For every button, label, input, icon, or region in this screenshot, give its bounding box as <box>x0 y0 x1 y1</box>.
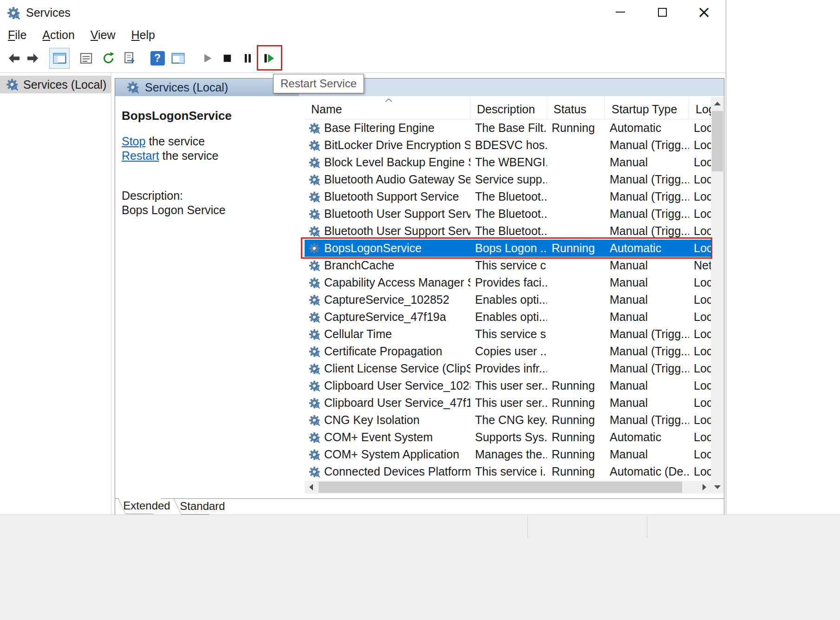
scroll-down-icon <box>714 485 721 489</box>
menu-action[interactable]: Action <box>34 27 83 43</box>
service-row[interactable]: Certificate Propagation Copies user ... … <box>305 343 711 360</box>
service-description: The WBENGI... <box>470 156 547 169</box>
service-row[interactable]: COM+ System Application Manages the... R… <box>305 446 711 463</box>
service-description: The Bluetoot... <box>470 207 547 221</box>
service-row[interactable]: Clipboard User Service_47f19a This user … <box>305 394 711 411</box>
scroll-right-icon <box>703 484 706 490</box>
service-row[interactable]: BitLocker Drive Encryption Se... BDESVC … <box>305 137 711 154</box>
column-header-description[interactable]: Description <box>470 97 547 119</box>
service-status: Running <box>547 379 605 392</box>
service-log-on-as: Loca <box>689 276 711 289</box>
minimize-button[interactable] <box>599 0 641 24</box>
service-row[interactable]: Bluetooth User Support Servi... The Blue… <box>305 205 711 222</box>
column-header-startup-type[interactable]: Startup Type <box>605 97 689 119</box>
stop-service-button[interactable] <box>217 48 237 69</box>
horizontal-scroll-thumb[interactable] <box>319 482 682 493</box>
stop-service-link[interactable]: Stop <box>122 135 145 148</box>
service-log-on-as: Loca <box>689 327 711 341</box>
column-header-log-on-as[interactable]: Log <box>689 97 711 119</box>
tab-extended[interactable]: Extended <box>118 498 176 514</box>
service-row[interactable]: Base Filtering Engine The Base Filt... R… <box>305 119 711 137</box>
help-button[interactable]: ? <box>147 48 168 69</box>
show-console-tree-button[interactable] <box>49 48 70 69</box>
restart-service-link[interactable]: Restart <box>122 149 159 162</box>
service-row[interactable]: COM+ Event System Supports Sys... Runnin… <box>305 429 711 446</box>
service-startup-type: Manual (Trigg... <box>605 345 689 358</box>
service-gear-icon <box>308 346 320 358</box>
horizontal-scrollbar[interactable] <box>305 481 711 494</box>
maximize-icon <box>658 8 667 17</box>
list-header: Name Description Status Startup Type Log <box>305 97 711 119</box>
service-description: Supports Sys... <box>470 431 547 444</box>
tab-standard[interactable]: Standard <box>174 499 231 515</box>
refresh-button[interactable] <box>98 48 118 69</box>
service-description: This service c... <box>470 259 547 272</box>
service-gear-icon <box>308 311 320 323</box>
service-row[interactable]: Clipboard User Service_102852 This user … <box>305 377 711 394</box>
service-log-on-as: Loca <box>689 413 711 427</box>
maximize-button[interactable] <box>641 0 683 24</box>
service-startup-type: Manual (Trigg... <box>605 362 689 375</box>
service-name: COM+ Event System <box>324 431 433 444</box>
service-gear-icon <box>308 363 320 375</box>
service-row[interactable]: Bluetooth Audio Gateway Ser... Service s… <box>305 171 711 188</box>
forward-button[interactable] <box>22 48 43 69</box>
service-name: BopsLogonService <box>324 241 422 255</box>
scroll-up-button[interactable] <box>711 97 724 110</box>
service-name: Bluetooth Support Service <box>324 190 459 203</box>
service-row[interactable]: Connected Devices Platform ... This serv… <box>305 463 711 480</box>
service-row[interactable]: Cellular Time This service s... Manual (… <box>305 326 711 343</box>
export-list-button[interactable] <box>119 48 140 69</box>
vertical-scrollbar[interactable] <box>711 97 724 494</box>
stop-icon <box>220 51 234 65</box>
service-row[interactable]: Bluetooth Support Service The Bluetoot..… <box>305 188 711 205</box>
service-startup-type: Manual <box>605 259 689 272</box>
status-separator <box>647 516 647 538</box>
service-startup-type: Manual <box>605 156 689 169</box>
vertical-scroll-thumb[interactable] <box>712 111 723 171</box>
selected-service-name: BopsLogonService <box>122 108 298 123</box>
back-button[interactable] <box>4 48 24 69</box>
taskpad-header-label: Services (Local) <box>145 81 228 94</box>
service-startup-type: Manual (Trigg... <box>605 413 689 427</box>
services-window: Services × File Action View Help <box>0 0 726 515</box>
start-service-button[interactable] <box>197 48 217 69</box>
service-description: This user ser... <box>470 379 547 392</box>
scroll-left-button[interactable] <box>305 481 318 494</box>
service-gear-icon <box>308 294 320 306</box>
close-icon: × <box>697 4 711 20</box>
service-name: Certificate Propagation <box>324 345 442 358</box>
close-button[interactable]: × <box>683 0 725 24</box>
service-description: The Base Filt... <box>470 121 547 135</box>
service-description: The CNG key... <box>470 413 547 427</box>
scroll-down-button[interactable] <box>711 481 724 494</box>
service-row[interactable]: Client License Service (ClipSVC) Provide… <box>305 360 711 377</box>
service-row[interactable]: CNG Key Isolation The CNG key... Running… <box>305 411 711 429</box>
menu-file[interactable]: File <box>0 27 34 43</box>
service-row[interactable]: BopsLogonService Bops Logon ... Running … <box>305 240 711 257</box>
services-app-icon <box>7 6 20 20</box>
show-action-pane-button[interactable] <box>168 48 188 69</box>
tree-item-services-local[interactable]: Services (Local) <box>0 76 111 93</box>
service-row[interactable]: BranchCache This service c... Manual Net <box>305 257 711 274</box>
service-startup-type: Manual <box>605 293 689 307</box>
service-description: Copies user ... <box>470 345 547 358</box>
service-row[interactable]: Bluetooth User Support Servi... The Blue… <box>305 222 711 240</box>
service-row[interactable]: Capability Access Manager S... Provides … <box>305 274 711 291</box>
service-status: Running <box>547 396 605 410</box>
pause-service-button[interactable] <box>237 48 258 69</box>
menu-help[interactable]: Help <box>124 27 163 43</box>
service-log-on-as: Loca <box>689 448 711 461</box>
scroll-right-button[interactable] <box>698 481 711 494</box>
properties-button[interactable] <box>76 48 96 69</box>
service-startup-type: Manual (Trigg... <box>605 173 689 186</box>
service-log-on-as: Loca <box>689 121 711 135</box>
service-row[interactable]: CaptureService_47f19a Enables opti... Ma… <box>305 308 711 326</box>
column-header-status[interactable]: Status <box>547 97 605 119</box>
service-row[interactable]: Block Level Backup Engine Se... The WBEN… <box>305 154 711 171</box>
service-name: Bluetooth User Support Servi... <box>324 207 470 221</box>
service-row[interactable]: CaptureService_102852 Enables opti... Ma… <box>305 291 711 308</box>
menu-view[interactable]: View <box>83 27 124 43</box>
service-startup-type: Manual (Trigg... <box>605 224 689 238</box>
restart-service-button[interactable] <box>258 48 279 69</box>
